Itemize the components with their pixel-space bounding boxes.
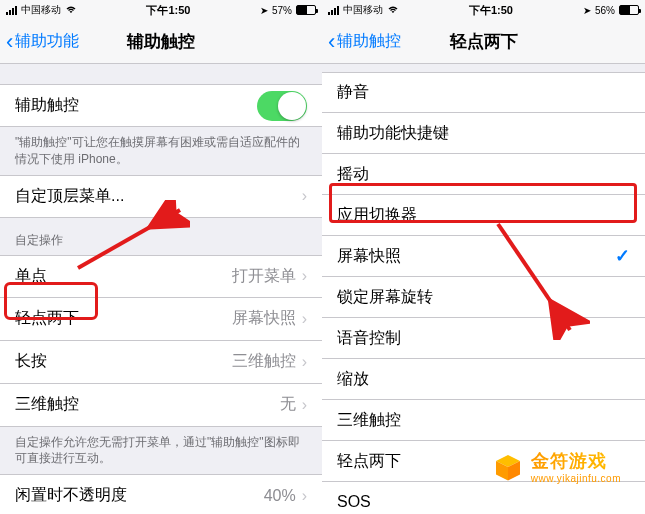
wifi-icon bbox=[387, 5, 399, 16]
option-cell[interactable]: 缩放 bbox=[322, 359, 645, 400]
screen-assistive-touch: 中国移动 下午1:50 ➤ 57% ‹ 辅助功能 辅助触控 辅助触控 bbox=[0, 0, 322, 514]
customize-menu-label: 自定顶层菜单... bbox=[15, 186, 302, 207]
chevron-right-icon: › bbox=[302, 353, 307, 371]
battery-percent: 57% bbox=[272, 5, 292, 16]
option-label: 静音 bbox=[337, 82, 630, 103]
status-time: 下午1:50 bbox=[469, 3, 513, 18]
section-actions-header: 自定操作 bbox=[0, 218, 322, 255]
idle-opacity-label: 闲置时不透明度 bbox=[15, 485, 264, 506]
option-label: SOS bbox=[337, 493, 630, 511]
action-single-tap-cell[interactable]: 单点 打开菜单 › bbox=[0, 255, 322, 298]
option-label: 应用切换器 bbox=[337, 205, 630, 226]
status-bar: 中国移动 下午1:50 ➤ 56% bbox=[322, 0, 645, 20]
option-label: 三维触控 bbox=[337, 410, 630, 431]
action-value: 三维触控 bbox=[232, 351, 296, 372]
carrier-label: 中国移动 bbox=[21, 3, 61, 17]
back-button[interactable]: ‹ 辅助功能 bbox=[6, 31, 79, 53]
nav-bar: ‹ 辅助触控 轻点两下 bbox=[322, 20, 645, 64]
chevron-right-icon: › bbox=[302, 310, 307, 328]
watermark: 金符游戏 www.yikajinfu.com bbox=[493, 449, 621, 484]
screen-double-tap-options: 中国移动 下午1:50 ➤ 56% ‹ 辅助触控 轻点两下 静音辅助功能快捷键摇… bbox=[322, 0, 645, 514]
option-cell[interactable]: 辅助功能快捷键 bbox=[322, 113, 645, 154]
battery-icon bbox=[296, 5, 316, 15]
location-icon: ➤ bbox=[583, 5, 591, 16]
status-bar: 中国移动 下午1:50 ➤ 57% bbox=[0, 0, 322, 20]
action-double-tap-cell[interactable]: 轻点两下 屏幕快照 › bbox=[0, 298, 322, 341]
option-cell[interactable]: 静音 bbox=[322, 72, 645, 113]
toggle-footer: "辅助触控"可让您在触摸屏幕有困难或需自适应配件的情况下使用 iPhone。 bbox=[0, 127, 322, 175]
actions-footer: 自定操作允许您无需打开菜单，通过"辅助触控"图标即可直接进行互动。 bbox=[0, 427, 322, 475]
action-value: 打开菜单 bbox=[232, 266, 296, 287]
nav-bar: ‹ 辅助功能 辅助触控 bbox=[0, 20, 322, 64]
option-label: 屏幕快照 bbox=[337, 246, 615, 267]
battery-icon bbox=[619, 5, 639, 15]
toggle-label: 辅助触控 bbox=[15, 95, 257, 116]
option-cell[interactable]: SOS bbox=[322, 482, 645, 514]
watermark-url: www.yikajinfu.com bbox=[531, 473, 621, 484]
action-label: 长按 bbox=[15, 351, 232, 372]
back-chevron-icon: ‹ bbox=[6, 31, 13, 53]
chevron-right-icon: › bbox=[302, 187, 307, 205]
checkmark-icon: ✓ bbox=[615, 245, 630, 267]
status-time: 下午1:50 bbox=[146, 3, 190, 18]
location-icon: ➤ bbox=[260, 5, 268, 16]
signal-icon bbox=[6, 6, 17, 15]
toggle-switch[interactable] bbox=[257, 91, 307, 121]
watermark-title: 金符游戏 bbox=[531, 449, 621, 473]
option-cell[interactable]: 三维触控 bbox=[322, 400, 645, 441]
cube-icon bbox=[493, 452, 523, 482]
carrier-label: 中国移动 bbox=[343, 3, 383, 17]
option-label: 缩放 bbox=[337, 369, 630, 390]
back-label: 辅助功能 bbox=[15, 31, 79, 52]
action-label: 三维触控 bbox=[15, 394, 280, 415]
chevron-right-icon: › bbox=[302, 396, 307, 414]
signal-icon bbox=[328, 6, 339, 15]
action-3d-touch-cell[interactable]: 三维触控 无 › bbox=[0, 384, 322, 427]
battery-percent: 56% bbox=[595, 5, 615, 16]
option-label: 锁定屏幕旋转 bbox=[337, 287, 630, 308]
idle-opacity-value: 40% bbox=[264, 487, 296, 505]
customize-menu-cell[interactable]: 自定顶层菜单... › bbox=[0, 175, 322, 218]
back-chevron-icon: ‹ bbox=[328, 31, 335, 53]
option-cell[interactable]: 语音控制 bbox=[322, 318, 645, 359]
idle-opacity-cell[interactable]: 闲置时不透明度 40% › bbox=[0, 474, 322, 514]
action-value: 屏幕快照 bbox=[232, 308, 296, 329]
option-label: 语音控制 bbox=[337, 328, 630, 349]
assistive-touch-toggle-cell[interactable]: 辅助触控 bbox=[0, 84, 322, 127]
option-cell[interactable]: 应用切换器 bbox=[322, 195, 645, 236]
back-button[interactable]: ‹ 辅助触控 bbox=[328, 31, 401, 53]
option-label: 摇动 bbox=[337, 164, 630, 185]
back-label: 辅助触控 bbox=[337, 31, 401, 52]
option-cell[interactable]: 屏幕快照✓ bbox=[322, 236, 645, 277]
option-cell[interactable]: 摇动 bbox=[322, 154, 645, 195]
action-long-press-cell[interactable]: 长按 三维触控 › bbox=[0, 341, 322, 384]
wifi-icon bbox=[65, 5, 77, 16]
chevron-right-icon: › bbox=[302, 487, 307, 505]
option-label: 辅助功能快捷键 bbox=[337, 123, 630, 144]
action-value: 无 bbox=[280, 394, 296, 415]
option-cell[interactable]: 锁定屏幕旋转 bbox=[322, 277, 645, 318]
action-label: 轻点两下 bbox=[15, 308, 232, 329]
action-label: 单点 bbox=[15, 266, 232, 287]
chevron-right-icon: › bbox=[302, 267, 307, 285]
